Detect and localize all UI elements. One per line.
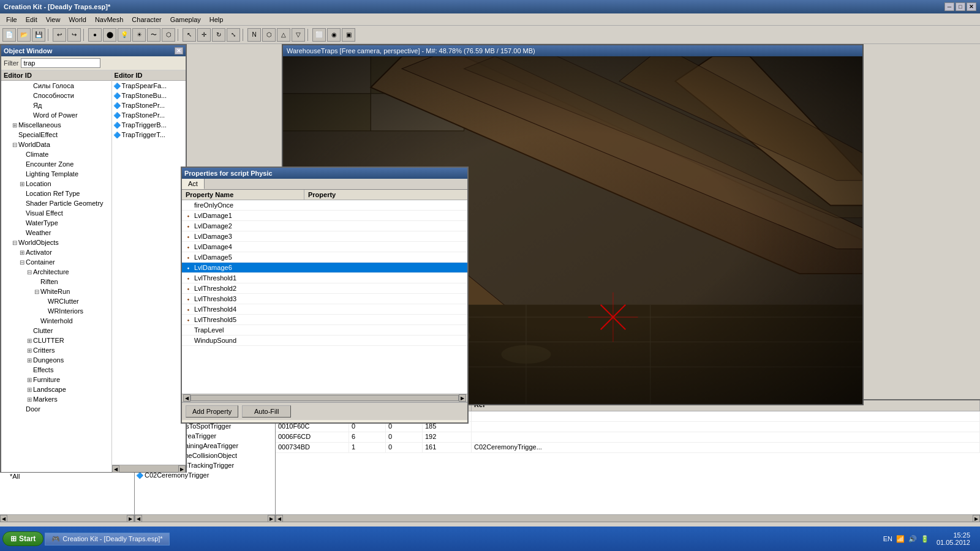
tool-misc-b[interactable]: ◉ bbox=[327, 28, 341, 42]
prop-row-traplevel[interactable]: TrapLevel bbox=[182, 325, 467, 335]
tree-item-furniture[interactable]: ⊞Furniture bbox=[1, 375, 111, 384]
tree-item-dungeons[interactable]: ⊞Dungeons bbox=[1, 355, 111, 365]
tree-item-силы-голоса[interactable]: Силы Голоса bbox=[1, 81, 111, 91]
prop-row-lvlthreshold4[interactable]: ⬥LvlThreshold4 bbox=[182, 304, 467, 315]
grid-row-2[interactable]: 0006F6CD 6 0 192 bbox=[276, 432, 980, 443]
prop-row-lvlthreshold3[interactable]: ⬥LvlThreshold3 bbox=[182, 294, 467, 304]
start-button[interactable]: ⊞ Start bbox=[2, 531, 43, 546]
grid-row-3[interactable]: 000734BD 1 0 161 C02CeremonyTrigge... bbox=[276, 443, 980, 453]
tree-item-yad[interactable]: Яд bbox=[1, 100, 111, 110]
tree-item-clutter[interactable]: Clutter bbox=[1, 326, 111, 335]
tree-item-miscellaneous[interactable]: ⊞Miscellaneous bbox=[1, 120, 111, 130]
tree-item-location[interactable]: ⊞Location bbox=[1, 179, 111, 189]
tool-misc-c[interactable]: ▣ bbox=[342, 28, 355, 42]
list-item-traptriggerb[interactable]: 🔷TrapTriggerB... bbox=[112, 120, 186, 130]
close-btn[interactable]: ✕ bbox=[967, 2, 976, 11]
object-window-close[interactable]: ✕ bbox=[175, 47, 183, 54]
btree-all[interactable]: *All bbox=[0, 471, 134, 481]
menu-help[interactable]: Help bbox=[206, 15, 227, 24]
bcenter-scroll-thumb[interactable] bbox=[142, 515, 268, 522]
tree-item-lighting-template[interactable]: Lighting Template bbox=[1, 169, 111, 179]
prop-row-lvldamage4[interactable]: ⬥LvlDamage4 bbox=[182, 242, 467, 252]
prop-row-lvldamage1[interactable]: ⬥LvlDamage1 bbox=[182, 211, 467, 221]
tree-item-markers[interactable]: ⊞Markers bbox=[1, 394, 111, 404]
prop-row-lvldamage6[interactable]: ⬥LvlDamage6 bbox=[182, 263, 467, 273]
tree-item-encounter-zone[interactable]: Encounter Zone bbox=[1, 159, 111, 169]
maximize-btn[interactable]: □ bbox=[956, 2, 965, 11]
tree-item-worldobjects[interactable]: ⊟WorldObjects bbox=[1, 238, 111, 247]
tree-item-CLUTTER[interactable]: ⊞CLUTTER bbox=[1, 335, 111, 345]
tool-move[interactable]: ✛ bbox=[197, 28, 211, 42]
menu-character[interactable]: Character bbox=[128, 15, 165, 24]
tool-3d[interactable]: ● bbox=[88, 28, 102, 42]
tree-item-location-ref-type[interactable]: Location Ref Type bbox=[1, 189, 111, 198]
prop-row-lvlthreshold5[interactable]: ⬥LvlThreshold5 bbox=[182, 315, 467, 325]
prop-row-lvldamage2[interactable]: ⬥LvlDamage2 bbox=[182, 221, 467, 231]
tool-navmesh-b[interactable]: ⬡ bbox=[262, 28, 276, 42]
tree-item-door[interactable]: Door bbox=[1, 404, 111, 414]
taskbar-item-ck[interactable]: 🎮 Creation Kit - [Deadly Traps.esp]* bbox=[45, 533, 169, 545]
properties-tab-act[interactable]: Act bbox=[182, 179, 205, 189]
list-item-trapspearfa[interactable]: 🔷TrapSpearFa... bbox=[112, 81, 186, 91]
tree-item-specialeffect[interactable]: SpecialEffect bbox=[1, 130, 111, 140]
list-item-trapstonpr1[interactable]: 🔷TrapStonePr... bbox=[112, 100, 186, 110]
tree-item-climate[interactable]: Climate bbox=[1, 149, 111, 159]
tree-item-whiterun[interactable]: ⊟WhiteRun bbox=[1, 287, 111, 296]
prop-row-windupsound[interactable]: WindupSound bbox=[182, 335, 467, 346]
tool-save[interactable]: 💾 bbox=[32, 28, 45, 42]
prop-scroll-right[interactable]: ▶ bbox=[459, 394, 466, 402]
tree-item-wrinteriors[interactable]: WRInteriors bbox=[1, 306, 111, 316]
tool-scale[interactable]: ⤡ bbox=[227, 28, 240, 42]
tree-item-shader-particle-geometry[interactable]: Shader Particle Geometry bbox=[1, 198, 111, 208]
tree-item-effects[interactable]: Effects bbox=[1, 365, 111, 375]
prop-row-lvldamage3[interactable]: ⬥LvlDamage3 bbox=[182, 231, 467, 242]
tree-item-weather[interactable]: Weather bbox=[1, 228, 111, 238]
tree-item-riften[interactable]: Riften bbox=[1, 277, 111, 287]
tree-item-landscape[interactable]: ⊞Landscape bbox=[1, 384, 111, 394]
list-item-trapstonbu[interactable]: 🔷TrapStoneBu... bbox=[112, 91, 186, 100]
scroll-right-btn[interactable]: ▶ bbox=[178, 465, 186, 473]
filter-input[interactable] bbox=[21, 58, 100, 68]
minimize-btn[interactable]: ─ bbox=[944, 2, 954, 11]
tool-render[interactable]: ⬤ bbox=[103, 28, 116, 42]
tree-item-activator[interactable]: ⊞Activator bbox=[1, 247, 111, 257]
prop-scroll-thumb[interactable] bbox=[190, 395, 459, 401]
tool-navmesh-a[interactable]: N bbox=[247, 28, 261, 42]
tool-navmesh-d[interactable]: ▽ bbox=[292, 28, 305, 42]
tree-item-watertype[interactable]: WaterType bbox=[1, 218, 111, 228]
list-item-trapstonpr2[interactable]: 🔷TrapStonePr... bbox=[112, 110, 186, 120]
menu-world[interactable]: World bbox=[65, 15, 90, 24]
tree-item-sposobnosti[interactable]: Способности bbox=[1, 91, 111, 100]
tree-item-word-of-power[interactable]: Word of Power bbox=[1, 110, 111, 120]
tool-sky[interactable]: ☀ bbox=[132, 28, 146, 42]
add-property-button[interactable]: Add Property bbox=[186, 405, 238, 418]
menu-file[interactable]: File bbox=[2, 15, 21, 24]
scroll-left-btn[interactable]: ◀ bbox=[112, 465, 119, 473]
tree-item-critters[interactable]: ⊞Critters bbox=[1, 345, 111, 355]
tool-light[interactable]: 💡 bbox=[118, 28, 131, 42]
menu-view[interactable]: View bbox=[42, 15, 64, 24]
tool-open[interactable]: 📂 bbox=[17, 28, 31, 42]
prop-row-lvlthreshold2[interactable]: ⬥LvlThreshold2 bbox=[182, 283, 467, 294]
tree-item-wrclutter[interactable]: WRClutter bbox=[1, 296, 111, 306]
tool-redo[interactable]: ↪ bbox=[67, 28, 81, 42]
btree-scroll-thumb[interactable] bbox=[7, 515, 127, 522]
tool-undo[interactable]: ↩ bbox=[53, 28, 66, 42]
scroll-thumb[interactable] bbox=[119, 465, 178, 472]
list-item-traptrigt[interactable]: 🔷TrapTriggerT... bbox=[112, 130, 186, 140]
tool-rotate[interactable]: ↻ bbox=[212, 28, 225, 42]
tool-new[interactable]: 📄 bbox=[2, 28, 16, 42]
bgrid-scroll-thumb[interactable] bbox=[283, 515, 973, 522]
tool-collision[interactable]: ⬡ bbox=[162, 28, 175, 42]
menu-gameplay[interactable]: Gameplay bbox=[167, 15, 205, 24]
tree-item-container[interactable]: ⊟Container bbox=[1, 257, 111, 267]
tool-water[interactable]: 〜 bbox=[147, 28, 160, 42]
tool-misc-a[interactable]: ⬜ bbox=[312, 28, 326, 42]
tool-navmesh-c[interactable]: △ bbox=[277, 28, 290, 42]
autofill-button[interactable]: Auto-Fill bbox=[242, 405, 291, 418]
tree-item-visual-effect[interactable]: Visual Effect bbox=[1, 208, 111, 218]
prop-row-lvlthreshold1[interactable]: ⬥LvlThreshold1 bbox=[182, 273, 467, 283]
tree-item-architecture[interactable]: ⊟Architecture bbox=[1, 267, 111, 277]
tool-select[interactable]: ↖ bbox=[183, 28, 196, 42]
menu-edit[interactable]: Edit bbox=[22, 15, 41, 24]
